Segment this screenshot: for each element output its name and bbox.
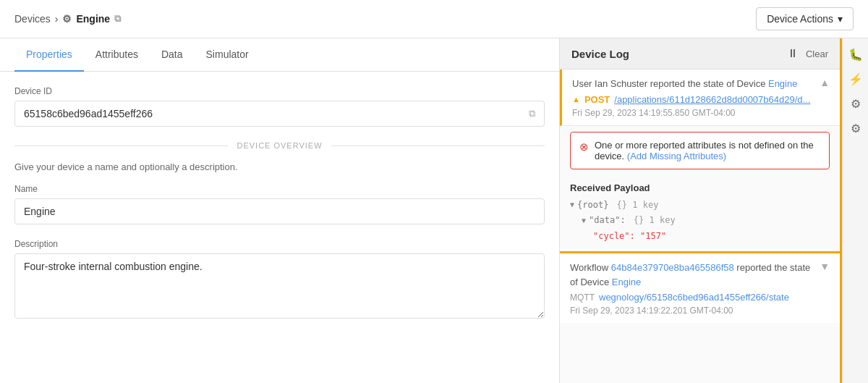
expand-icon-1[interactable]: ▲: [820, 77, 830, 88]
device-actions-label: Device Actions: [767, 13, 833, 25]
name-field: [14, 198, 545, 224]
device-log-header: Device Log ⏸ Clear: [560, 38, 840, 70]
lightning-icon[interactable]: ⚡: [846, 69, 866, 89]
log-entry-2-prefix: Workflow: [570, 262, 611, 273]
workflow-link[interactable]: 64b84e37970e8ba465586f58: [611, 262, 734, 273]
device-id-group: Device ID ⧉: [14, 86, 545, 127]
overview-divider: DEVICE OVERVIEW: [14, 141, 545, 150]
tree-row-cycle: "cycle": "157": [593, 229, 830, 245]
tree-row-data: ▼ "data": {} 1 key: [582, 213, 830, 229]
tree-cycle-indent: "cycle": "157": [593, 229, 830, 245]
breadcrumb-devices[interactable]: Devices: [14, 13, 51, 25]
log-entry-1: ▲ User Ian Schuster reported the state o…: [560, 70, 840, 126]
log-time-2: Fri Sep 29, 2023 14:19:22.201 GMT-04:00: [570, 306, 830, 316]
log-path-1[interactable]: /applications/611d128662d8dd0007b64d29/d…: [614, 94, 810, 105]
warning-icon-1: ▲: [572, 95, 580, 104]
method-mqtt: MQTT: [570, 292, 595, 303]
copy-icon[interactable]: ⧉: [114, 13, 121, 25]
overview-label: DEVICE OVERVIEW: [237, 141, 322, 150]
gear-icon: ⚙: [62, 13, 72, 25]
breadcrumb: Devices › ⚙ Engine ⧉: [14, 13, 121, 25]
name-group: Name: [14, 184, 545, 224]
breadcrumb-sep: ›: [55, 13, 59, 25]
tree-data-type: {} 1 key: [629, 213, 676, 229]
log-time-1: Fri Sep 29, 2023 14:19:55.850 GMT-04:00: [572, 108, 830, 118]
log-path-2: wegnology/65158c6bed96ad1455eff266/state: [599, 292, 789, 303]
tab-properties[interactable]: Properties: [14, 38, 84, 72]
tree-root-key: {root}: [577, 198, 608, 214]
log-entry-2-device-link[interactable]: Engine: [612, 277, 641, 287]
device-id-field: ⧉: [14, 101, 545, 127]
log-entry-1-prefix: User Ian Schuster reported the state of …: [572, 78, 768, 89]
payload-tree: ▼ {root} {} 1 key ▼ "data": {} 1 key "cy: [570, 198, 830, 245]
description-textarea[interactable]: Four-stroke internal combustion engine.: [14, 253, 545, 319]
expand-icon-2[interactable]: ▼: [820, 261, 830, 272]
error-text: One or more reported attributes is not d…: [595, 140, 820, 161]
description-group: Description Four-stroke internal combust…: [14, 239, 545, 321]
device-id-label: Device ID: [14, 86, 545, 96]
tree-toggle-root[interactable]: ▼: [570, 198, 574, 211]
description-label: Description: [14, 239, 545, 249]
main-layout: Properties Attributes Data Simulator Dev…: [0, 38, 868, 383]
device-id-copy-icon[interactable]: ⧉: [529, 108, 535, 119]
error-box: ⊗ One or more reported attributes is not…: [570, 132, 830, 169]
left-panel: Properties Attributes Data Simulator Dev…: [0, 38, 560, 383]
log-entry-2-text: Workflow 64b84e37970e8ba465586f58 report…: [570, 261, 830, 289]
log-entries: ▲ User Ian Schuster reported the state o…: [560, 70, 840, 383]
device-id-input[interactable]: [24, 108, 523, 119]
tab-simulator[interactable]: Simulator: [195, 38, 260, 72]
name-input[interactable]: [24, 206, 535, 217]
left-content: Device ID ⧉ DEVICE OVERVIEW Give your de…: [0, 72, 559, 350]
right-sidebar: 🐛 ⚡ ⚙ ⚙: [842, 38, 868, 383]
pause-icon[interactable]: ⏸: [787, 47, 799, 60]
log-header-actions: ⏸ Clear: [787, 47, 828, 60]
tree-data-indent: ▼ "data": {} 1 key "cycle": "157": [582, 213, 830, 244]
breadcrumb-current: ⚙ Engine ⧉: [62, 13, 121, 25]
payload-title: Received Payload: [570, 182, 830, 193]
tree-cycle-value: "cycle": "157": [593, 229, 666, 245]
device-settings-icon[interactable]: ⚙: [846, 118, 866, 138]
divider-line-left: [14, 146, 228, 146]
method-post: POST: [584, 94, 610, 105]
payload-section: Received Payload ▼ {root} {} 1 key ▼ "da…: [560, 175, 840, 252]
device-actions-button[interactable]: Device Actions ▾: [756, 7, 854, 30]
log-entry-2: ▼ Workflow 64b84e37970e8ba465586f58 repo…: [560, 253, 840, 323]
name-label: Name: [14, 184, 545, 194]
tab-data[interactable]: Data: [150, 38, 195, 72]
error-icon: ⊗: [579, 140, 589, 161]
tab-attributes[interactable]: Attributes: [84, 38, 150, 72]
top-bar: Devices › ⚙ Engine ⧉ Device Actions ▾: [0, 0, 868, 38]
log-entry-1-device-link[interactable]: Engine: [768, 78, 797, 89]
device-log-panel: Device Log ⏸ Clear ▲ User Ian Schuster r…: [560, 38, 842, 383]
log-entry-1-text: User Ian Schuster reported the state of …: [572, 77, 830, 91]
add-missing-attributes-link[interactable]: (Add Missing Attributes): [627, 151, 726, 161]
log-method-line-1: ▲ POST /applications/611d128662d8dd0007b…: [572, 94, 830, 105]
tree-row-root: ▼ {root} {} 1 key: [570, 198, 830, 214]
tabs-bar: Properties Attributes Data Simulator: [0, 38, 559, 72]
overview-description: Give your device a name and optionally a…: [14, 161, 545, 172]
bug-icon[interactable]: 🐛: [846, 44, 866, 64]
breadcrumb-current-label: Engine: [76, 13, 110, 25]
settings-cog-icon[interactable]: ⚙: [846, 93, 866, 114]
clear-button[interactable]: Clear: [806, 49, 828, 59]
divider-line-right: [331, 146, 545, 146]
log-method-line-2: MQTT wegnology/65158c6bed96ad1455eff266/…: [570, 292, 830, 303]
tree-data-key: "data":: [589, 213, 626, 229]
dropdown-arrow-icon: ▾: [838, 13, 843, 25]
device-log-title: Device Log: [571, 48, 629, 60]
tree-root-type: {} 1 key: [611, 198, 658, 214]
tree-toggle-data[interactable]: ▼: [582, 214, 586, 227]
